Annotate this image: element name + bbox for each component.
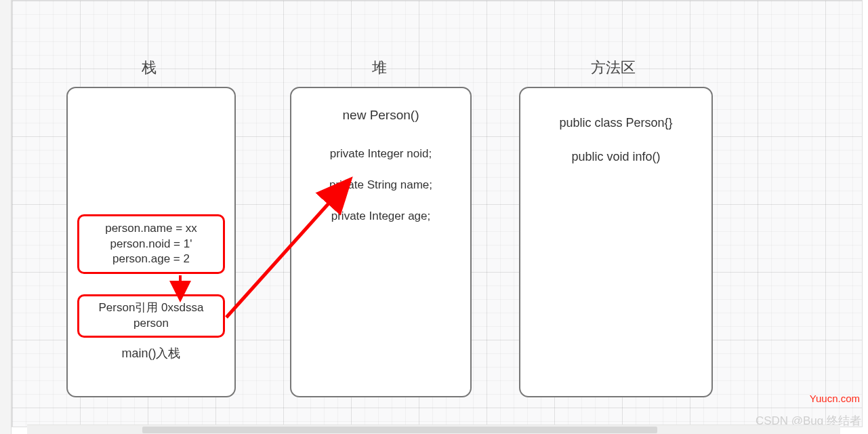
stack-reference-box: Person引用 0xsdssa person [77,294,225,338]
assign-line-1: person.name = xx [105,221,197,237]
heap-field-name: private String name; [291,178,470,193]
heap-field-age: private Integer age; [291,209,470,224]
watermark-yuucn: Yuucn.com [810,393,860,404]
method-area-title: 方法区 [525,58,701,78]
ref-line-1: Person引用 0xsdssa [99,300,204,316]
method-area-box: public class Person{} public void info() [519,87,713,397]
heap-box: new Person() private Integer noid; priva… [290,87,472,397]
horizontal-scrollbar[interactable] [27,425,840,434]
main-label: main()入栈 [68,346,234,361]
assign-line-2: person.noid = 1' [110,237,192,252]
method-area-method: public void info() [520,149,711,165]
heap-field-noid: private Integer noid; [291,146,470,161]
stack-assignments-box: person.name = xx person.noid = 1' person… [77,214,225,274]
assign-line-3: person.age = 2 [112,252,190,267]
ref-line-2: person [133,316,169,332]
method-area-class: public class Person{} [520,115,711,131]
horizontal-scrollbar-thumb[interactable] [142,427,657,433]
left-strip [0,0,12,434]
heap-new-person: new Person() [291,107,470,124]
heap-title: 堆 [291,58,468,78]
stack-title: 栈 [61,58,237,78]
